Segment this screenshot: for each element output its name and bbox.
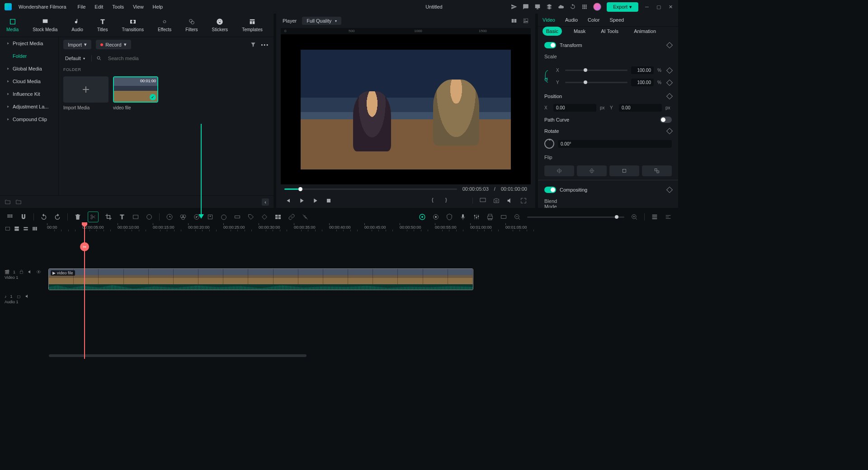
grid-icon[interactable] (6, 213, 14, 221)
menu-tools[interactable]: Tools (112, 4, 124, 9)
keyframe-icon[interactable] (666, 93, 673, 99)
maximize-button[interactable]: ▢ (656, 4, 662, 10)
flip-vertical-button[interactable] (577, 165, 607, 176)
collapse-sidebar[interactable]: ‹ (262, 198, 269, 206)
timeline-scrollbar[interactable] (49, 354, 307, 357)
scale-x-slider[interactable] (565, 70, 627, 71)
keyframe-icon[interactable] (666, 67, 673, 73)
keyframe-icon[interactable] (666, 79, 673, 85)
stop-button[interactable] (325, 197, 332, 204)
playback-scrubber[interactable] (284, 188, 457, 190)
scale-x-value[interactable]: 100.00 (631, 66, 654, 74)
settings-icon[interactable] (665, 213, 672, 221)
export-button[interactable]: Export▾ (607, 2, 638, 12)
more-icon[interactable]: ••• (261, 42, 269, 47)
tab-transitions[interactable]: Transitions (120, 17, 146, 33)
brace-open-icon[interactable]: { (432, 197, 439, 204)
keyframe-tool-icon[interactable] (261, 213, 268, 221)
speed-icon[interactable] (166, 213, 173, 221)
target-icon[interactable] (432, 213, 439, 221)
track-opt2-icon[interactable] (14, 225, 20, 232)
menu-help[interactable]: Help (153, 4, 163, 9)
quality-select[interactable]: Full Quality▾ (302, 17, 341, 25)
volume-icon[interactable] (506, 197, 514, 204)
scissors-button[interactable] (88, 212, 99, 222)
keyframe-icon[interactable] (666, 128, 673, 134)
adjust-icon[interactable] (146, 213, 153, 221)
scale-y-slider[interactable] (565, 82, 627, 83)
brace-close-icon[interactable]: } (445, 197, 453, 204)
scale-y-value[interactable]: 100.00 (631, 79, 654, 86)
subtab-basic[interactable]: Basic (542, 27, 562, 36)
tab-color[interactable]: Color (588, 14, 599, 26)
list-icon[interactable] (459, 197, 466, 204)
tracks-view-icon[interactable] (651, 213, 658, 221)
send-icon[interactable] (511, 4, 517, 10)
link-icon[interactable] (288, 213, 295, 221)
subtab-mask[interactable]: Mask (570, 27, 589, 36)
apps-icon[interactable] (581, 4, 588, 10)
lock-icon[interactable] (19, 269, 24, 274)
track-icon[interactable] (234, 213, 241, 221)
tab-stickers[interactable]: Stickers (210, 17, 230, 33)
mute-icon[interactable] (28, 269, 33, 274)
menu-view[interactable]: View (133, 4, 144, 9)
lock-icon[interactable] (16, 294, 21, 299)
media-clip-tile[interactable]: 00:01:00 ✓ video file (113, 76, 158, 110)
fullscreen-icon[interactable] (520, 197, 527, 204)
sidebar-item-influence-kit[interactable]: Influence Kit (0, 88, 58, 100)
rotate-dial[interactable] (544, 139, 554, 149)
folder-add-icon[interactable] (15, 199, 22, 205)
subtab-ai-tools[interactable]: AI Tools (597, 27, 622, 36)
sidebar-item-global-media[interactable]: Global Media (0, 62, 58, 75)
tab-audio[interactable]: Audio (70, 17, 85, 33)
flip-option4-button[interactable] (642, 165, 672, 176)
user-avatar[interactable] (593, 3, 601, 11)
filter-icon[interactable] (250, 42, 256, 48)
tab-stock-media[interactable]: Stock Media (31, 17, 59, 33)
frame-icon[interactable] (132, 213, 139, 221)
track-opt3-icon[interactable] (23, 225, 29, 232)
tab-filters[interactable]: Filters (184, 17, 199, 33)
sidebar-item-adjustment-layer[interactable]: Adjustment La... (0, 100, 58, 113)
display-icon[interactable] (479, 197, 486, 204)
compare-icon[interactable] (511, 18, 517, 24)
timer-icon[interactable] (220, 213, 227, 221)
position-x-value[interactable]: 0.00 (553, 104, 596, 112)
mute-icon[interactable] (25, 294, 30, 299)
playhead[interactable]: ✂ (84, 223, 85, 359)
compositing-toggle[interactable] (544, 187, 556, 193)
zoom-in-icon[interactable] (631, 213, 638, 221)
tab-media[interactable]: Media (5, 17, 20, 33)
shield-icon[interactable] (446, 213, 453, 221)
export-clip-icon[interactable] (207, 213, 214, 221)
sidebar-item-cloud-media[interactable]: Cloud Media (0, 75, 58, 88)
tab-templates[interactable]: Templates (240, 17, 264, 33)
tab-audio-props[interactable]: Audio (565, 14, 578, 26)
magnet-icon[interactable] (20, 213, 27, 221)
menu-edit[interactable]: Edit (94, 4, 103, 9)
group-icon[interactable] (274, 213, 282, 221)
rotate-value[interactable]: 0.00° (558, 140, 672, 148)
subtab-animation[interactable]: Animation (630, 27, 660, 36)
track-opt4-icon[interactable] (32, 225, 38, 232)
tab-video[interactable]: Video (542, 14, 555, 26)
aspect-icon[interactable] (500, 213, 507, 221)
flip-option3-button[interactable] (609, 165, 639, 176)
refresh-icon[interactable] (570, 4, 576, 10)
snapshot-icon[interactable] (493, 197, 500, 204)
folder-out-icon[interactable] (5, 199, 11, 205)
track-opt1-icon[interactable] (5, 225, 11, 232)
sidebar-item-compound-clip[interactable]: Compound Clip (0, 113, 58, 126)
playhead-scissors-icon[interactable]: ✂ (80, 242, 89, 251)
sort-default[interactable]: Default▾ (63, 55, 87, 62)
close-button[interactable]: ✕ (667, 4, 674, 10)
search-input[interactable] (106, 54, 269, 63)
sidebar-item-folder[interactable]: Folder (0, 50, 58, 62)
text-icon[interactable] (118, 213, 126, 221)
position-y-value[interactable]: 0.00 (619, 104, 662, 112)
printer-icon[interactable] (486, 213, 494, 221)
timeline-ruler[interactable]: ✂ 00:0000:00:05:0000:00:10:0000:00:15:00… (47, 223, 678, 236)
zoom-out-icon[interactable] (514, 213, 521, 221)
sidebar-item-project-media[interactable]: Project Media (0, 37, 58, 50)
